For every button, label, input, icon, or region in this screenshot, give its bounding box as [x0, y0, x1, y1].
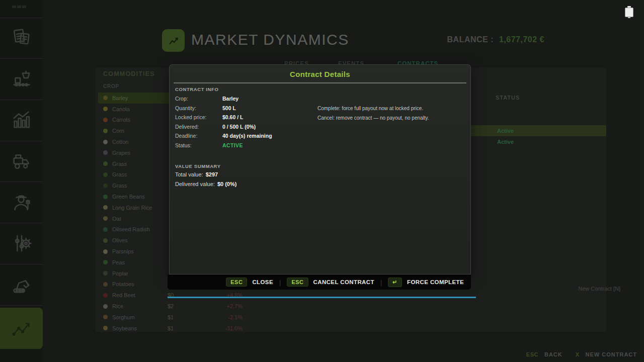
button-label: CANCEL CONTRACT — [313, 279, 374, 285]
total-value: $297 — [206, 171, 218, 177]
esc-key: ESC — [287, 278, 308, 287]
value-summary-section-label: VALUE SUMMARY — [175, 163, 221, 169]
contract-details-dialog: Contract Details CONTRACT INFO Crop:Barl… — [169, 64, 471, 275]
contract-field: Locked price:$0.60 / L — [175, 114, 321, 124]
contract-info-section-label: CONTRACT INFO — [175, 86, 218, 92]
title-separator — [174, 82, 466, 83]
focus-underline — [168, 297, 476, 298]
contract-field: Deadline:40 day(s) remaining — [175, 133, 321, 142]
button-label: FORCE COMPLETE — [407, 279, 464, 285]
delivered-value-label: Delivered value: — [175, 181, 215, 187]
field-value: 500 L — [222, 105, 236, 111]
contract-field: Quantity:500 L — [175, 105, 321, 115]
field-value: 40 day(s) remaining — [222, 133, 272, 139]
total-value-line: Total value:$297 — [175, 171, 218, 177]
field-value: Barley — [222, 96, 238, 102]
delivered-value-line: Delivered value:$0 (0%) — [175, 181, 236, 187]
contract-field: Delivered:0 / 500 L (0%) — [175, 124, 321, 133]
delivered-value: $0 (0%) — [217, 181, 237, 187]
contract-field: Crop:Barley — [175, 96, 321, 105]
field-value: 0 / 500 L (0%) — [222, 124, 256, 130]
action-hints: Complete: force full payout now at locke… — [317, 106, 429, 124]
action-hint: Cancel: remove contract — no payout, no … — [317, 115, 429, 125]
contract-fields: Crop:BarleyQuantity:500 LLocked price:$0… — [175, 96, 321, 152]
field-label: Deadline: — [175, 133, 197, 139]
cancel-contract-button[interactable]: ESCCANCEL CONTRACT — [287, 278, 374, 287]
dialog-footer-bar: ESCCLOSE|ESCCANCEL CONTRACT|↵FORCE COMPL… — [168, 275, 471, 290]
field-label: Crop: — [175, 96, 188, 102]
battery-icon — [625, 6, 633, 18]
action-hint: Complete: force full payout now at locke… — [317, 106, 429, 115]
dialog-title: Contract Details — [170, 65, 470, 78]
game-screen: MARKET DYNAMICS BALANCE : 1,677,702 € PR… — [0, 0, 644, 362]
contract-field: Status:ACTIVE — [175, 142, 321, 152]
field-label: Delivered: — [175, 124, 199, 130]
enter-key-icon: ↵ — [388, 278, 402, 287]
footer-separator: | — [279, 279, 281, 286]
button-label: CLOSE — [252, 279, 273, 285]
field-value: ACTIVE — [222, 142, 243, 148]
field-label: Quantity: — [175, 105, 196, 111]
field-value: $0.60 / L — [222, 114, 243, 120]
esc-key: ESC — [226, 278, 247, 287]
field-label: Status: — [175, 142, 192, 148]
footer-separator: | — [380, 279, 382, 286]
close-button[interactable]: ESCCLOSE — [226, 278, 273, 287]
force-complete-button[interactable]: ↵FORCE COMPLETE — [388, 278, 464, 287]
total-value-label: Total value: — [175, 171, 203, 177]
field-label: Locked price: — [175, 114, 206, 120]
